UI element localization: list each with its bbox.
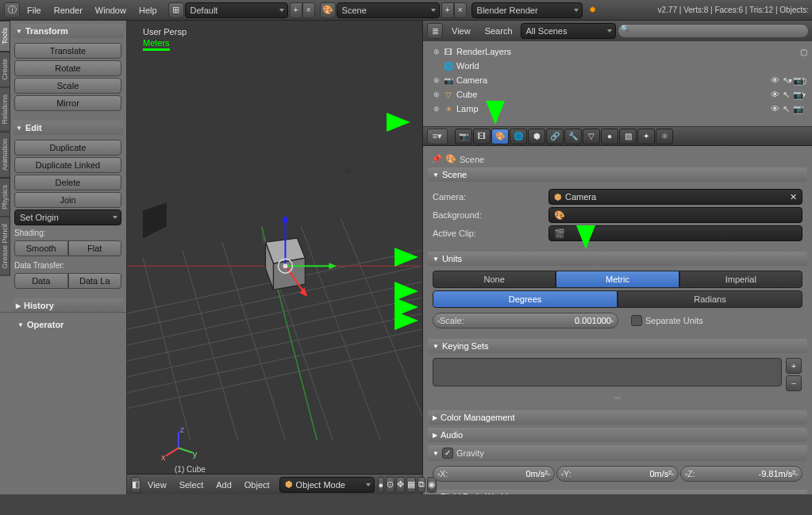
data-button[interactable]: Data: [14, 273, 68, 289]
tab-create[interactable]: Create: [0, 52, 10, 87]
set-origin-dropdown[interactable]: Set Origin: [14, 209, 121, 225]
outliner-search-menu[interactable]: Search: [479, 23, 519, 39]
tab-texture[interactable]: ▨: [619, 129, 637, 144]
gravity-z-field[interactable]: Z:-9.81m/s²: [680, 466, 802, 482]
rotate-button[interactable]: Rotate: [14, 60, 121, 76]
viewport-3d[interactable]: User Persp Meters: [127, 21, 423, 494]
background-field[interactable]: 🎨: [548, 207, 802, 223]
tab-scene[interactable]: 🎨: [491, 129, 509, 144]
mode-dropdown[interactable]: ⬢Object Mode: [279, 477, 375, 493]
keying-remove-button[interactable]: −: [786, 375, 802, 391]
gravity-y-field[interactable]: Y:0m/s²: [556, 466, 679, 482]
snap-icon[interactable]: ⧉: [418, 477, 425, 493]
layers-icon[interactable]: ▦: [406, 477, 416, 493]
eye-icon[interactable]: 👁: [771, 75, 779, 86]
outliner-view-menu[interactable]: View: [445, 23, 477, 39]
tab-modifiers[interactable]: 🔧: [564, 129, 582, 144]
viewport-canvas[interactable]: z y x: [127, 21, 422, 472]
scene-dropdown[interactable]: Scene: [337, 2, 440, 18]
editor-type-icon[interactable]: ⓘ: [4, 2, 20, 18]
keying-add-button[interactable]: +: [786, 358, 802, 374]
vp-menu-select[interactable]: Select: [173, 477, 210, 493]
menu-window[interactable]: Window: [89, 2, 133, 18]
cursor-icon[interactable]: ↖: [783, 104, 790, 114]
outliner-filter-dropdown[interactable]: All Scenes: [521, 23, 616, 39]
operator-header[interactable]: Operator: [14, 317, 122, 332]
tab-grease-pencil[interactable]: Grease Pencil: [0, 217, 10, 276]
translate-button[interactable]: Translate: [14, 43, 121, 59]
tab-constraints[interactable]: 🔗: [546, 129, 564, 144]
tab-relations[interactable]: Relations: [0, 87, 10, 132]
data-layout-button[interactable]: Data La: [68, 273, 122, 289]
tab-particles[interactable]: ✦: [637, 129, 655, 144]
render-icon[interactable]: 📷: [793, 75, 804, 86]
tab-animation[interactable]: Animation: [0, 132, 10, 178]
tab-render[interactable]: 📷: [455, 129, 472, 144]
layout-add-button[interactable]: +: [290, 2, 302, 18]
unit-radians-button[interactable]: Radians: [618, 290, 802, 308]
scene-add-button[interactable]: +: [441, 2, 454, 18]
pivot-icon[interactable]: ⊙: [386, 477, 394, 493]
outliner-tree[interactable]: ⊕🎞RenderLayers▢ 🌐World ⊕📷Camera▾◐👁↖📷 ⊕▽C…: [423, 41, 812, 126]
duplicate-linked-button[interactable]: Duplicate Linked: [14, 157, 121, 173]
history-header[interactable]: History: [13, 298, 123, 313]
unit-metric-button[interactable]: Metric: [556, 271, 679, 288]
pin-icon[interactable]: 📌: [431, 154, 442, 164]
camera-field[interactable]: ⬢Camera✕: [548, 189, 802, 205]
smooth-button[interactable]: Smooth: [14, 240, 68, 256]
tab-material[interactable]: ●: [601, 129, 618, 144]
tab-data[interactable]: ▽: [583, 129, 600, 144]
tree-row-lamp[interactable]: ⊕☀Lamp👁↖📷: [426, 102, 809, 116]
scene-icon[interactable]: 🎨: [320, 2, 336, 18]
tab-physics[interactable]: ⚛: [656, 129, 673, 144]
separate-units-checkbox[interactable]: [631, 315, 642, 326]
mirror-button[interactable]: Mirror: [14, 95, 121, 111]
eye-icon[interactable]: 👁: [771, 90, 779, 100]
color-management-header[interactable]: Color Management: [428, 410, 807, 425]
tree-row-cube[interactable]: ⊕▽Cube▾👁↖📷: [426, 87, 809, 102]
restrict-icon[interactable]: ▢: [798, 46, 809, 57]
viewport-editor-icon[interactable]: ◧: [131, 477, 140, 493]
tab-object[interactable]: ⬢: [528, 129, 545, 144]
cursor-icon[interactable]: ↖: [783, 90, 790, 100]
gravity-header[interactable]: Gravity: [428, 445, 807, 461]
tab-render-layers[interactable]: 🎞: [473, 129, 491, 144]
join-button[interactable]: Join: [14, 192, 121, 208]
cursor-icon[interactable]: ↖: [783, 75, 790, 86]
keying-sets-list[interactable]: [433, 358, 782, 386]
menu-file[interactable]: File: [21, 2, 48, 18]
tab-tools[interactable]: Tools: [0, 21, 10, 52]
scene-panel-header[interactable]: Scene: [428, 167, 807, 182]
unit-scale-field[interactable]: Scale: 0.001000: [433, 313, 618, 329]
outliner-search-input[interactable]: [618, 24, 809, 38]
tab-physics[interactable]: Physics: [0, 178, 10, 217]
layout-dropdown[interactable]: Default: [185, 2, 288, 18]
keying-sets-header[interactable]: Keying Sets: [428, 339, 807, 353]
rigid-body-header[interactable]: Rigid Body World: [428, 490, 807, 494]
tree-row-camera[interactable]: ⊕📷Camera▾◐👁↖📷: [426, 73, 809, 87]
outliner-editor-icon[interactable]: ≣: [427, 23, 443, 39]
active-clip-field[interactable]: 🎬: [548, 225, 802, 241]
scale-button[interactable]: Scale: [14, 78, 121, 94]
duplicate-button[interactable]: Duplicate: [14, 140, 121, 156]
unit-degrees-button[interactable]: Degrees: [433, 290, 618, 308]
render-engine-dropdown[interactable]: Blender Render: [471, 2, 583, 18]
delete-button[interactable]: Delete: [14, 175, 121, 190]
vp-menu-view[interactable]: View: [141, 477, 173, 493]
shading-dropdown-icon[interactable]: ●: [378, 477, 385, 493]
units-panel-header[interactable]: Units: [428, 252, 807, 266]
tab-world[interactable]: 🌐: [510, 129, 527, 144]
menu-help[interactable]: Help: [133, 2, 164, 18]
gravity-x-field[interactable]: X:0m/s²: [433, 466, 555, 482]
eye-icon[interactable]: 👁: [771, 104, 779, 114]
gravity-checkbox[interactable]: [442, 448, 453, 459]
tree-row-renderlayers[interactable]: ⊕🎞RenderLayers▢: [426, 44, 809, 59]
unit-imperial-button[interactable]: Imperial: [679, 271, 802, 288]
manipulator-icon[interactable]: ✥: [396, 477, 405, 493]
render-icon[interactable]: 📷: [793, 104, 804, 114]
vp-menu-object[interactable]: Object: [238, 477, 276, 493]
vp-menu-add[interactable]: Add: [210, 477, 238, 493]
drag-handle-icon[interactable]: ═: [433, 393, 802, 402]
menu-render[interactable]: Render: [48, 2, 89, 18]
tree-row-world[interactable]: 🌐World: [426, 59, 809, 73]
